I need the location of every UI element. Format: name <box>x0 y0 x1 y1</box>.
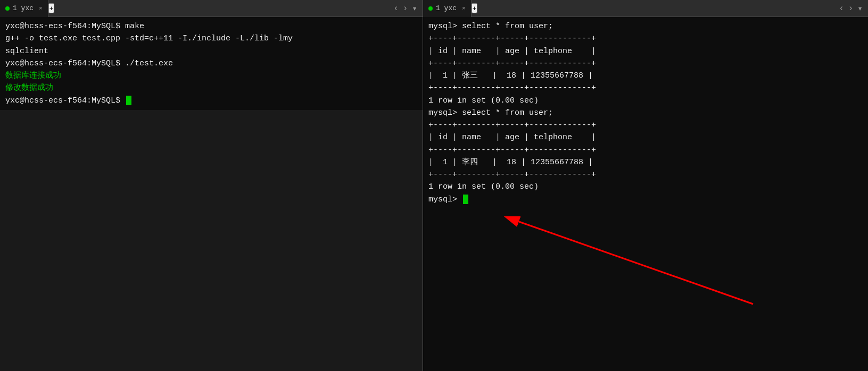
terminal-line: +----+--------+-----+-------------+ <box>428 57 863 70</box>
left-tab[interactable]: 1 yxc × <box>0 0 48 17</box>
right-nav-menu-icon[interactable]: ▾ <box>857 3 863 14</box>
terminal-line: yxc@hcss-ecs-f564:MySQL$ ./test.exe <box>5 57 417 70</box>
left-terminal: yxc@hcss-ecs-f564:MySQL$ makeg++ -o test… <box>0 17 423 110</box>
right-nav-right-icon[interactable]: › <box>848 4 854 13</box>
cursor-block <box>463 195 468 204</box>
left-nav-left-icon[interactable]: ‹ <box>393 4 399 13</box>
right-tab-close[interactable]: × <box>462 5 466 12</box>
left-nav-menu-icon[interactable]: ▾ <box>412 3 417 14</box>
terminal-line: yxc@hcss-ecs-f564:MySQL$ make <box>5 20 417 32</box>
left-tab-controls: ‹ › ▾ <box>393 3 423 14</box>
left-nav-right-icon[interactable]: › <box>403 4 408 13</box>
terminal-line: mysql> select * from user; <box>428 20 863 32</box>
svg-line-1 <box>519 222 753 304</box>
left-tab-dot <box>5 6 10 11</box>
right-new-tab-button[interactable]: + <box>472 3 478 13</box>
terminal-line: g++ -o test.exe test.cpp -std=c++11 -I./… <box>5 32 417 45</box>
terminal-line: 1 row in set (0.00 sec) <box>428 181 863 193</box>
terminal-line: +----+--------+-----+-------------+ <box>428 168 863 181</box>
left-tab-bar: 1 yxc × + ‹ › ▾ <box>0 0 423 17</box>
cursor-block <box>126 96 131 105</box>
left-new-tab-button[interactable]: + <box>48 3 55 13</box>
terminal-line: sqlclient <box>5 45 417 57</box>
left-tab-close[interactable]: × <box>39 5 43 12</box>
right-tab-dot <box>428 6 433 11</box>
right-terminal: mysql> select * from user;+----+--------… <box>423 17 868 371</box>
right-panel: 1 yxc × + ‹ › ▾ <box>423 0 868 371</box>
terminal-line: | id | name | age | telphone | <box>428 45 863 57</box>
left-panel: 1 yxc × + ‹ › ▾ yxc@hcss-ecs-f564:MySQL$… <box>0 0 423 371</box>
terminal-line: +----+--------+-----+-------------+ <box>428 144 863 156</box>
terminal-line: +----+--------+-----+-------------+ <box>428 82 863 94</box>
terminal-line: | 1 | 张三 | 18 | 12355667788 | <box>428 70 863 82</box>
right-tab-controls: ‹ › ▾ <box>839 3 868 14</box>
terminal-line: | 1 | 李四 | 18 | 12355667788 | <box>428 156 863 168</box>
terminal-line: 1 row in set (0.00 sec) <box>428 95 863 107</box>
right-tab-label: 1 yxc <box>436 4 457 12</box>
terminal-line: +----+--------+-----+-------------+ <box>428 119 863 131</box>
terminal-line: yxc@hcss-ecs-f564:MySQL$ <box>5 95 417 107</box>
right-tab[interactable]: 1 yxc × <box>423 0 472 17</box>
left-tab-label: 1 yxc <box>13 4 34 12</box>
right-nav-left-icon[interactable]: ‹ <box>839 4 844 13</box>
terminal-line: mysql> <box>428 193 863 206</box>
terminal-line: 数据库连接成功 <box>5 70 417 82</box>
terminal-line: mysql> select * from user; <box>428 107 863 119</box>
right-tab-bar: 1 yxc × + ‹ › ▾ <box>423 0 868 17</box>
terminal-line: | id | name | age | telphone | <box>428 131 863 144</box>
terminal-line: 修改数据成功 <box>5 82 417 94</box>
terminal-line: +----+--------+-----+-------------+ <box>428 32 863 45</box>
